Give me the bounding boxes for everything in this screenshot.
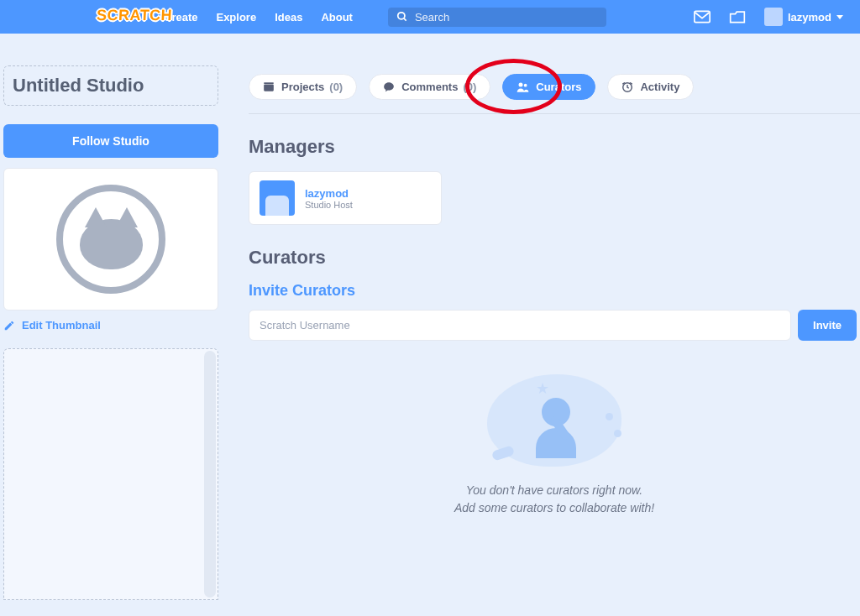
tab-curators-label: Curators [536,81,581,93]
search-input[interactable] [415,11,598,23]
invite-row: Invite [249,310,860,341]
tab-comments-count: (0) [463,81,476,93]
svg-point-0 [398,13,405,19]
user-menu[interactable]: lazymod [764,8,843,26]
curators-heading: Curators [249,247,860,269]
edit-thumbnail-button[interactable]: Edit Thumbnail [3,319,218,331]
chevron-down-icon [836,15,843,19]
studio-title-box[interactable]: Untitled Studio [3,65,218,106]
svg-rect-3 [264,84,274,91]
nav-right: lazymod [694,8,852,26]
messages-icon[interactable] [694,10,711,23]
svg-point-6 [524,84,527,87]
svg-rect-4 [264,82,274,84]
thumbnail-placeholder-icon [56,185,165,294]
empty-illustration-icon: ★ [487,374,621,467]
manager-card[interactable]: lazymod Studio Host [249,171,442,225]
search-box[interactable] [388,8,606,27]
follow-studio-button[interactable]: Follow Studio [3,124,218,158]
top-nav: SCRATCH Create Explore Ideas About lazym… [0,0,860,34]
main-content: Projects (0) Comments (0) Curators [218,65,860,600]
tab-projects-count: (0) [329,81,343,93]
nav-ideas[interactable]: Ideas [275,11,302,23]
svg-line-1 [404,18,406,21]
tab-activity-label: Activity [640,81,679,93]
tab-projects-label: Projects [281,81,324,93]
manager-avatar-icon [260,180,295,216]
scratch-logo[interactable]: SCRATCH [96,7,172,24]
managers-heading: Managers [249,136,860,158]
projects-icon [263,82,275,92]
scrollbar[interactable] [204,351,216,598]
svg-rect-2 [695,11,710,22]
invite-username-input[interactable] [249,310,791,341]
sidebar: Untitled Studio Follow Studio Edit Thumb… [0,65,218,600]
tabs: Projects (0) Comments (0) Curators [249,65,860,114]
username-label: lazymod [788,11,831,23]
tab-activity[interactable]: Activity [607,74,694,100]
invite-button[interactable]: Invite [798,310,857,341]
avatar-icon [764,8,783,26]
comments-icon [383,81,395,92]
tab-curators[interactable]: Curators [502,74,595,100]
empty-state: ★ You don't have curators right now. Add… [249,374,860,517]
thumbnail-box [3,168,218,311]
pencil-icon [3,320,15,331]
tab-comments-label: Comments [401,81,458,93]
manager-name[interactable]: lazymod [305,187,353,200]
svg-point-5 [519,83,523,87]
invite-heading: Invite Curators [249,282,860,300]
nav-explore[interactable]: Explore [216,11,256,23]
tab-projects[interactable]: Projects (0) [249,74,357,100]
edit-thumbnail-label: Edit Thumbnail [22,319,101,331]
mystuff-icon[interactable] [729,9,746,24]
nav-about[interactable]: About [321,11,353,23]
activity-icon [621,81,633,93]
manager-role: Studio Host [305,200,353,210]
empty-line1: You don't have curators right now. [249,482,860,499]
curators-icon [517,81,529,92]
search-icon [396,11,408,23]
nav-links: Create Explore Ideas About [164,8,606,27]
empty-line2: Add some curators to collaborate with! [249,499,860,517]
studio-title: Untitled Studio [13,75,209,97]
description-box[interactable] [3,348,218,600]
tab-comments[interactable]: Comments (0) [369,74,490,100]
